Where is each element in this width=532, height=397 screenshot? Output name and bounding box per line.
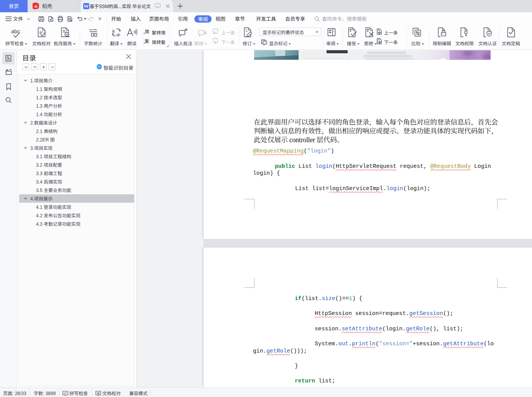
svg-text:a: a <box>112 28 115 34</box>
svg-text:中: 中 <box>116 32 120 38</box>
svg-text:繁: 繁 <box>145 38 149 44</box>
svg-text:a: a <box>39 30 42 34</box>
svg-text:简: 简 <box>145 28 149 34</box>
